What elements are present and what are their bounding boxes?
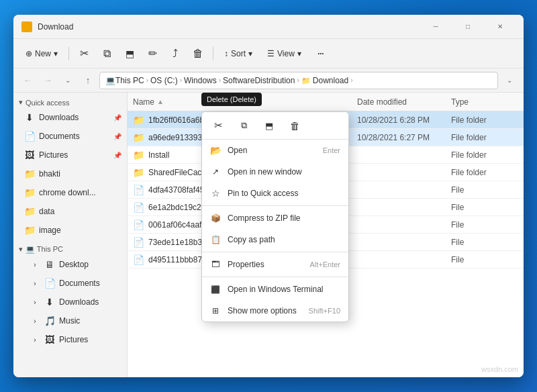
cm-item-terminal[interactable]: ⬛ Open in Windows Terminal [202, 279, 348, 300]
cm-item-more-options[interactable]: ⊞ Show more options Shift+F10 [202, 300, 348, 322]
path-thispc-icon: 💻 [105, 76, 115, 85]
path-sep-4: › [297, 77, 299, 84]
view-icon: ☰ [267, 49, 275, 58]
delete-button[interactable]: 🗑 [187, 43, 209, 64]
share-button[interactable]: ⤴ [164, 43, 186, 64]
path-windows[interactable]: Windows [184, 76, 217, 85]
file-area: Name ▲ Date modified Type 📁 1fb26ff0616a… [128, 93, 524, 377]
sort-label: Sort [231, 49, 246, 58]
path-download[interactable]: Download [301, 76, 348, 85]
toolbar: ⊕ New ▾ ✂ ⧉ ⬒ ✏ ⤴ 🗑 ↕ Sort ▾ ☰ View ▾ ··… [13, 39, 524, 68]
separator-1 [68, 47, 69, 60]
sidebar-item-label: Music [59, 316, 121, 326]
cm-copy-button[interactable]: ⧉ [234, 116, 253, 135]
cm-item-open[interactable]: 📂 Open Enter [202, 140, 348, 161]
cm-item-compress[interactable]: 📦 Compress to ZIP file [202, 207, 348, 229]
cm-item-label: Show more options [228, 306, 302, 315]
sidebar-item-downloads2[interactable]: › ⬇ Downloads [13, 293, 127, 311]
sidebar-item-documents2[interactable]: › 📄 Documents [13, 274, 127, 293]
cm-item-label: Compress to ZIP file [228, 213, 340, 223]
documents-icon: 📄 [44, 278, 55, 289]
view-label: View [277, 49, 295, 58]
path-osc[interactable]: OS (C:) [150, 76, 178, 85]
compress-icon: 📦 [210, 213, 221, 223]
sidebar-item-label: bhakti [39, 169, 121, 179]
quick-access-label: Quick access [26, 99, 69, 107]
rename-button[interactable]: ✏ [142, 43, 163, 64]
sidebar-section-quickaccess[interactable]: ▾ Quick access [13, 95, 127, 108]
desktop-icon: 🖥 [44, 259, 55, 270]
copy-button[interactable]: ⧉ [96, 43, 117, 64]
path-sep-2: › [180, 77, 182, 84]
address-path[interactable]: 💻 This PC › OS (C:) › Windows › Software… [99, 72, 498, 89]
address-bar: ← → ⌄ ↑ 💻 This PC › OS (C:) › Windows › … [13, 68, 524, 93]
close-button[interactable]: ✕ [485, 17, 516, 37]
pin-icon: 📌 [113, 133, 121, 140]
music-icon: 🎵 [44, 315, 55, 326]
folder-icon: 📁 [24, 206, 35, 217]
cm-item-label: Copy as path [228, 235, 340, 244]
up-button[interactable]: ↑ [79, 72, 97, 89]
title-bar: Download ─ □ ✕ [13, 15, 524, 39]
open-icon: 📂 [210, 145, 221, 156]
downloads-icon: ⬇ [24, 112, 35, 123]
new-label: New [35, 49, 51, 58]
sidebar-item-music[interactable]: › 🎵 Music [13, 311, 127, 330]
downloads-icon: ⬇ [44, 297, 55, 307]
sidebar-item-image[interactable]: 📁 image [13, 221, 127, 240]
cm-cut-button[interactable]: ✂ [209, 116, 228, 135]
cm-item-label: Open in Windows Terminal [228, 285, 340, 294]
minimize-button[interactable]: ─ [420, 17, 451, 37]
this-pc-label: 💻 This PC [26, 245, 63, 254]
context-menu-overlay: Delete (Delete) ✂ ⧉ ⬒ 🗑 📂 Open Enter [128, 93, 524, 377]
more-button[interactable]: ··· [309, 43, 331, 64]
sidebar-item-chrome[interactable]: 📁 chrome downl... [13, 183, 127, 202]
cm-item-properties[interactable]: 🗔 Properties Alt+Enter [202, 254, 348, 275]
terminal-icon: ⬛ [210, 285, 221, 294]
sidebar-item-documents[interactable]: 📄 Documents 📌 [13, 127, 127, 146]
sidebar-item-label: Desktop [59, 260, 121, 269]
sort-button[interactable]: ↕ Sort ▾ [217, 43, 259, 64]
expand-button[interactable]: ⌄ [59, 72, 77, 89]
cm-item-label: Properties [228, 260, 303, 269]
sidebar-item-pictures[interactable]: 🖼 Pictures 📌 [13, 146, 127, 164]
back-button[interactable]: ← [19, 72, 36, 89]
sidebar-item-downloads[interactable]: ⬇ Downloads 📌 [13, 108, 127, 127]
cm-item-copy-path[interactable]: 📋 Copy as path [202, 229, 348, 250]
sidebar-item-data[interactable]: 📁 data [13, 202, 127, 221]
cm-separator [202, 205, 348, 206]
forward-button[interactable]: → [39, 72, 56, 89]
sidebar-section-thispc[interactable]: ▾ 💻 This PC [13, 242, 127, 255]
path-swdist[interactable]: SoftwareDistribution [223, 76, 295, 85]
properties-icon: 🗔 [210, 260, 221, 269]
path-sep-5: › [350, 77, 352, 84]
cm-item-open-new-window[interactable]: ↗ Open in new window [202, 161, 348, 183]
sidebar-item-label: Downloads [39, 113, 109, 122]
pictures-icon: 🖼 [24, 150, 35, 160]
cm-separator [202, 277, 348, 277]
sidebar-item-label: Pictures [59, 335, 121, 344]
sidebar-item-label: Pictures [39, 150, 109, 160]
sidebar-item-bhakti[interactable]: 📁 bhakti [13, 164, 127, 183]
path-thispc[interactable]: This PC [115, 76, 144, 85]
sidebar-item-desktop[interactable]: › 🖥 Desktop [13, 255, 127, 274]
maximize-button[interactable]: □ [452, 17, 483, 37]
address-dropdown[interactable]: ⌄ [501, 72, 518, 89]
sidebar-item-pictures2[interactable]: › 🖼 Pictures [13, 330, 127, 349]
cm-delete-button[interactable]: 🗑 [285, 116, 304, 135]
paste-button[interactable]: ⬒ [119, 43, 140, 64]
context-menu-toolbar: ✂ ⧉ ⬒ 🗑 [202, 112, 348, 140]
open-new-window-icon: ↗ [210, 167, 221, 177]
expand-icon: › [30, 280, 40, 287]
sort-dropdown: ▾ [248, 49, 252, 58]
expand-icon: › [30, 299, 40, 306]
new-button[interactable]: ⊕ New ▾ [19, 43, 64, 64]
pin-icon: ☆ [210, 188, 221, 199]
pictures-icon: 🖼 [44, 334, 55, 345]
folder-icon: 📁 [24, 187, 35, 198]
cm-item-pin[interactable]: ☆ Pin to Quick access [202, 183, 348, 204]
view-button[interactable]: ☰ View ▾ [260, 43, 308, 64]
documents-icon: 📄 [24, 131, 35, 142]
cm-paste-button[interactable]: ⬒ [260, 116, 279, 135]
cut-button[interactable]: ✂ [73, 43, 95, 64]
